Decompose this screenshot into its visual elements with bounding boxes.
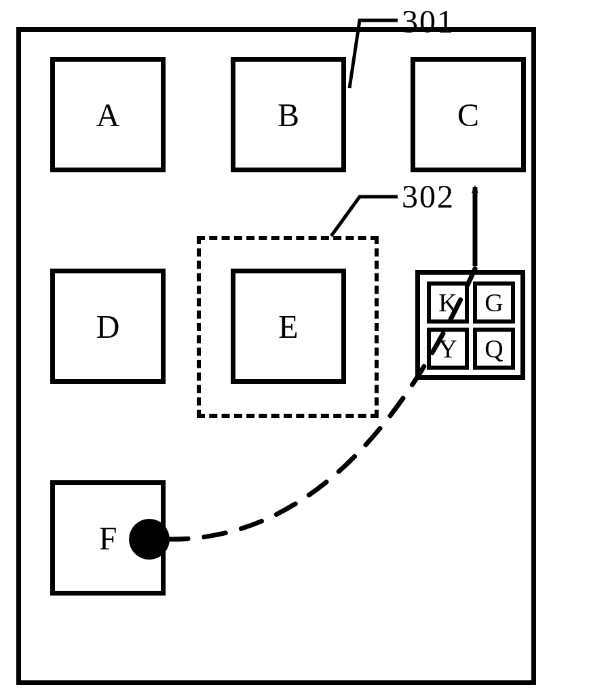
folder-item-y-label: Y <box>438 334 457 364</box>
box-f: F <box>50 480 166 596</box>
callout-301: 301 <box>402 3 455 40</box>
diagram-canvas: A B C D E K G Y Q F 301 302 <box>0 0 608 700</box>
box-b-label: B <box>278 96 299 134</box>
folder-block: K G Y Q <box>415 270 525 380</box>
folder-item-q-label: Q <box>484 334 503 364</box>
folder-item-g-label: G <box>484 288 503 317</box>
box-e-label: E <box>278 308 298 345</box>
folder-item-g: G <box>473 281 515 324</box>
box-b: B <box>231 57 346 172</box>
box-c: C <box>411 57 526 172</box>
box-a-label: A <box>96 96 120 134</box>
box-d-label: D <box>96 308 120 345</box>
folder-item-y: Y <box>427 328 469 370</box>
box-c-label: C <box>457 96 479 134</box>
folder-item-q: Q <box>473 328 515 370</box>
callout-302: 302 <box>402 178 455 215</box>
folder-item-k-label: K <box>438 288 457 317</box>
box-a: A <box>50 57 166 172</box>
box-d: D <box>50 269 166 384</box>
box-f-label: F <box>99 520 117 557</box>
box-e: E <box>231 269 346 384</box>
folder-item-k: K <box>427 281 469 324</box>
